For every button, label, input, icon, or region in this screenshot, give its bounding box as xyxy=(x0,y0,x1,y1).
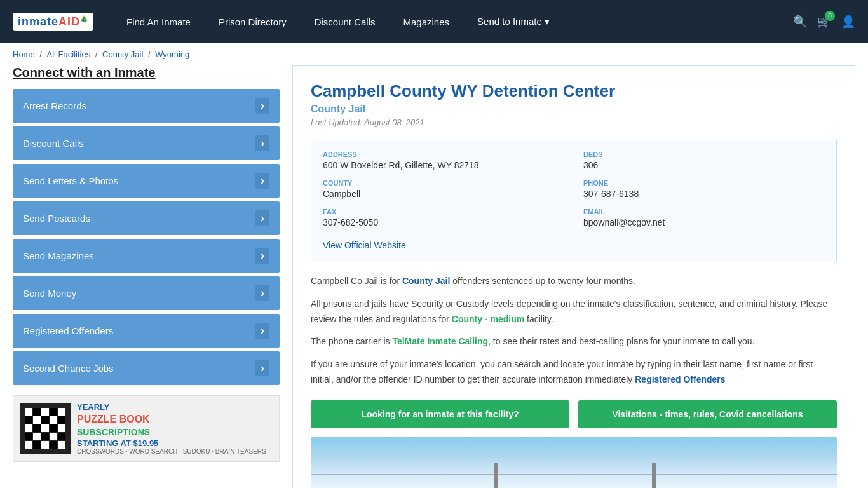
cart-icon[interactable]: 🛒 0 xyxy=(817,15,831,29)
county-medium-link[interactable]: County - medium xyxy=(452,314,524,324)
sidebar-item-label: Send Magazines xyxy=(23,250,94,261)
beds-label: BEDS xyxy=(583,151,825,158)
info-grid: ADDRESS 600 W Boxelder Rd, Gillette, WY … xyxy=(311,140,837,261)
email-label: EMAIL xyxy=(583,208,825,215)
cart-badge: 0 xyxy=(825,11,835,21)
ad-text: YEARLY PUZZLE BOOK SUBSCRIPTIONS STARTIN… xyxy=(77,402,273,455)
sidebar-item-second-chance-jobs[interactable]: Second Chance Jobs › xyxy=(13,351,280,385)
navbar-icons: 🔍 🛒 0 👤 xyxy=(793,15,855,29)
beds-value: 306 xyxy=(583,160,825,170)
facility-photo-strip xyxy=(311,437,837,488)
website-block: View Official Website xyxy=(323,236,825,250)
nav-menu: Find An Inmate Prison Directory Discount… xyxy=(112,16,793,27)
desc-paragraph-1: Campbell Co Jail is for County Jail offe… xyxy=(311,274,837,289)
find-inmate-button[interactable]: Looking for an inmate at this facility? xyxy=(311,400,569,428)
sidebar-item-label: Registered Offenders xyxy=(23,325,113,336)
beds-block: BEDS 306 xyxy=(583,151,825,170)
desc-paragraph-3: The phone carrier is TelMate Inmate Call… xyxy=(311,334,837,349)
county-block: COUNTY Campbell xyxy=(323,179,564,199)
breadcrumb-county-jail[interactable]: County Jail xyxy=(102,50,143,59)
desc-paragraph-2: All prisons and jails have Security or C… xyxy=(311,297,837,327)
ad-types: CROSSWORDS · WORD SEARCH · SUDOKU · BRAI… xyxy=(77,448,273,455)
phone-block: PHONE 307-687-6138 xyxy=(583,179,825,199)
email-block: EMAIL bpownall@ccgov.net xyxy=(583,208,825,227)
bottom-buttons: Looking for an inmate at this facility? … xyxy=(311,400,837,428)
nav-prison-directory[interactable]: Prison Directory xyxy=(205,17,301,27)
facility-title: Campbell County WY Detention Center xyxy=(311,81,837,101)
logo-text: inmateAID🎄 xyxy=(18,15,88,29)
sidebar-item-label: Discount Calls xyxy=(23,138,84,149)
phone-label: PHONE xyxy=(583,179,825,187)
nav-find-inmate[interactable]: Find An Inmate xyxy=(112,17,205,27)
nav-discount-calls[interactable]: Discount Calls xyxy=(301,17,390,27)
breadcrumb-all-facilities[interactable]: All Facilities xyxy=(47,50,91,59)
navbar: inmateAID🎄 Find An Inmate Prison Directo… xyxy=(0,0,868,43)
sidebar-item-label: Second Chance Jobs xyxy=(23,363,114,374)
ad-price: STARTING AT $19.95 xyxy=(77,438,273,448)
address-block: ADDRESS 600 W Boxelder Rd, Gillette, WY … xyxy=(323,151,564,170)
arrow-icon: › xyxy=(255,360,269,376)
ad-title: YEARLY PUZZLE BOOK SUBSCRIPTIONS xyxy=(77,402,273,438)
sidebar-item-discount-calls[interactable]: Discount Calls › xyxy=(13,126,280,160)
arrow-icon: › xyxy=(255,173,269,189)
view-website-link[interactable]: View Official Website xyxy=(323,240,406,250)
search-icon[interactable]: 🔍 xyxy=(793,15,807,29)
main-layout: Connect with an Inmate Arrest Records › … xyxy=(0,65,868,488)
content-area: Campbell County WY Detention Center Coun… xyxy=(292,65,855,488)
nav-send-to-inmate[interactable]: Send to Inmate ▾ xyxy=(463,16,564,27)
logo[interactable]: inmateAID🎄 xyxy=(13,13,93,31)
arrow-icon: › xyxy=(255,248,269,264)
sidebar-item-registered-offenders[interactable]: Registered Offenders › xyxy=(13,314,280,348)
sidebar-item-label: Send Postcards xyxy=(23,213,90,224)
facility-updated: Last Updated: August 08, 2021 xyxy=(311,118,837,127)
sidebar-item-label: Send Letters & Photos xyxy=(23,175,118,186)
sidebar-item-send-magazines[interactable]: Send Magazines › xyxy=(13,239,280,273)
visitations-button[interactable]: Visitations - times, rules, Covid cancel… xyxy=(578,400,837,428)
desc-paragraph-4: If you are unsure of your inmate's locat… xyxy=(311,357,837,388)
arrow-icon: › xyxy=(255,135,269,151)
sidebar-item-arrest-records[interactable]: Arrest Records › xyxy=(13,89,280,123)
ad-puzzle-image xyxy=(20,403,71,454)
sidebar-item-send-letters-photos[interactable]: Send Letters & Photos › xyxy=(13,164,280,198)
arrow-icon: › xyxy=(255,210,269,226)
fax-label: FAX xyxy=(323,208,564,215)
sidebar-item-send-postcards[interactable]: Send Postcards › xyxy=(13,201,280,235)
sidebar: Connect with an Inmate Arrest Records › … xyxy=(13,65,292,488)
breadcrumb-home[interactable]: Home xyxy=(13,50,35,59)
arrow-icon: › xyxy=(255,98,269,114)
breadcrumb: Home / All Facilities / County Jail / Wy… xyxy=(0,43,868,65)
breadcrumb-wyoming[interactable]: Wyoming xyxy=(155,50,189,59)
email-value: bpownall@ccgov.net xyxy=(583,217,825,227)
ad-banner[interactable]: YEARLY PUZZLE BOOK SUBSCRIPTIONS STARTIN… xyxy=(13,395,280,462)
county-jail-link[interactable]: County Jail xyxy=(402,276,450,286)
address-value: 600 W Boxelder Rd, Gillette, WY 82718 xyxy=(323,160,564,170)
user-icon[interactable]: 👤 xyxy=(841,15,855,29)
facility-type: County Jail xyxy=(311,104,837,115)
phone-value: 307-687-6138 xyxy=(583,189,825,199)
sidebar-title: Connect with an Inmate xyxy=(13,65,280,80)
county-value: Campbell xyxy=(323,189,564,199)
telmate-link[interactable]: TelMate Inmate Calling xyxy=(392,336,488,346)
sidebar-item-label: Arrest Records xyxy=(23,100,86,111)
arrow-icon: › xyxy=(255,323,269,339)
sidebar-item-send-money[interactable]: Send Money › xyxy=(13,276,280,310)
county-label: COUNTY xyxy=(323,179,564,187)
sidebar-item-label: Send Money xyxy=(23,288,76,299)
address-label: ADDRESS xyxy=(323,151,564,158)
registered-offenders-link[interactable]: Registered Offenders xyxy=(635,374,725,384)
fax-value: 307-682-5050 xyxy=(323,217,564,227)
sidebar-menu: Arrest Records › Discount Calls › Send L… xyxy=(13,89,280,385)
nav-magazines[interactable]: Magazines xyxy=(390,17,464,27)
arrow-icon: › xyxy=(255,285,269,301)
fax-block: FAX 307-682-5050 xyxy=(323,208,564,227)
